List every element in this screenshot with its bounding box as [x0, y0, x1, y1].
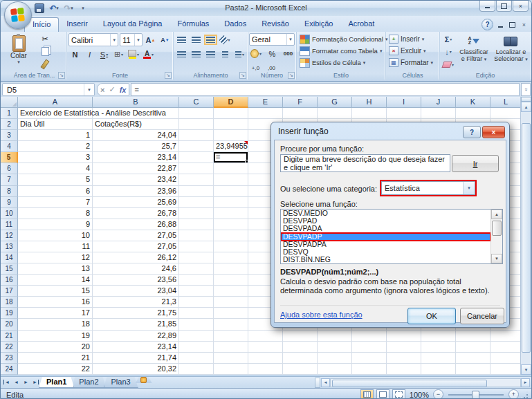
cell-D12[interactable] [214, 230, 248, 241]
percent-style-button[interactable]: % [266, 47, 279, 60]
cell-D22[interactable] [214, 342, 248, 353]
decrease-indent-button[interactable] [219, 48, 232, 61]
column-header-A[interactable]: A [18, 97, 93, 108]
cell-D20[interactable] [214, 319, 248, 330]
align-center-button[interactable] [190, 48, 203, 61]
horizontal-scrollbar[interactable]: ◄ ► [315, 378, 530, 387]
delete-cells-button[interactable]: × Excluir ▾ [389, 45, 438, 57]
cell-B15[interactable]: 24,6 [93, 263, 179, 275]
page-break-view-button[interactable] [392, 389, 405, 399]
cell-F21[interactable] [283, 331, 318, 342]
cell-C18[interactable] [179, 297, 214, 308]
cut-button[interactable]: ✂ [37, 33, 53, 45]
office-button[interactable] [4, 1, 32, 29]
cell-H1[interactable] [352, 108, 387, 119]
workbook-restore-button[interactable] [508, 21, 517, 29]
cell-styles-button[interactable]: Estilos de Célula ▾ [300, 57, 384, 68]
function-list-scrollbar[interactable]: ▲ ▼ [490, 210, 502, 263]
cell-G23[interactable] [318, 353, 352, 364]
copy-button[interactable] [37, 46, 53, 57]
sheet-tab-plan2[interactable]: Plan2 [71, 377, 106, 388]
cell-D6[interactable] [214, 163, 248, 174]
cell-K1[interactable] [456, 108, 490, 119]
column-header-C[interactable]: C [179, 97, 214, 108]
column-header-J[interactable]: J [421, 97, 456, 108]
tab-revis-o[interactable]: Revisão [254, 17, 297, 32]
cell-B13[interactable]: 27,05 [93, 241, 179, 252]
enter-entry-button[interactable]: ✓ [109, 85, 115, 94]
number-format-combo[interactable]: Geral▼ [249, 33, 295, 46]
cell-C12[interactable] [179, 230, 214, 241]
cell-I22[interactable] [387, 342, 421, 353]
zoom-out-button[interactable]: − [433, 389, 443, 399]
cell-D13[interactable] [214, 241, 248, 252]
insert-function-button[interactable]: fx [120, 86, 127, 94]
previous-sheet-button[interactable]: ◄ [12, 378, 21, 387]
cell-A12[interactable]: 10 [18, 230, 93, 241]
cell-C17[interactable] [179, 286, 214, 297]
cell-A18[interactable]: 16 [18, 297, 93, 308]
cell-D14[interactable] [214, 252, 248, 263]
cell-C21[interactable] [179, 331, 214, 342]
shrink-font-button[interactable]: A▼ [158, 33, 172, 46]
dialog-help-button[interactable]: ? [463, 126, 481, 138]
cell-A21[interactable]: 19 [18, 331, 93, 342]
column-header-F[interactable]: F [283, 97, 318, 108]
cell-A23[interactable]: 21 [18, 353, 93, 364]
font-name-dropdown-icon[interactable]: ▼ [110, 34, 118, 46]
cell-D19[interactable] [214, 308, 248, 319]
align-bottom-button[interactable] [204, 33, 217, 46]
underline-button[interactable]: S [98, 48, 111, 61]
category-combo[interactable]: Estatística ▼ [381, 181, 475, 195]
row-header-2[interactable]: 2 [1, 119, 18, 130]
font-size-dropdown-icon[interactable]: ▼ [134, 34, 142, 46]
tab-acrobat[interactable]: Acrobat [340, 17, 382, 32]
column-header-H[interactable]: H [352, 97, 387, 108]
font-name-combo[interactable]: Calibri▼ [68, 33, 118, 46]
row-header-11[interactable]: 11 [1, 219, 18, 230]
cell-K23[interactable] [456, 353, 490, 364]
cell-J22[interactable] [421, 342, 456, 353]
cell-C2[interactable] [179, 119, 214, 130]
conditional-formatting-button[interactable]: Formatação Condicional ▾ [300, 33, 384, 45]
borders-button[interactable]: ⊞ [112, 48, 125, 61]
cell-K22[interactable] [456, 342, 490, 353]
cell-B17[interactable]: 23,04 [93, 286, 179, 297]
column-header-K[interactable]: K [456, 97, 490, 108]
bold-button[interactable]: N [68, 48, 82, 61]
cell-C13[interactable] [179, 241, 214, 252]
column-header-L[interactable]: L [490, 97, 522, 108]
scroll-right-button[interactable]: ► [521, 378, 530, 387]
cell-G22[interactable] [318, 342, 352, 353]
scroll-up-button[interactable]: ▲ [521, 102, 531, 112]
function-item-dist-bin-neg[interactable]: DIST.BIN.NEG [281, 256, 490, 263]
cell-A15[interactable]: 13 [18, 263, 93, 275]
cell-C6[interactable] [179, 163, 214, 174]
tab-layout-da-p-gina[interactable]: Layout da Página [95, 17, 170, 32]
customize-qat-button[interactable]: ▾ [77, 3, 89, 15]
help-on-function-link[interactable]: Ajuda sobre esta função [280, 310, 363, 319]
cell-C22[interactable] [179, 342, 214, 353]
clear-button[interactable] [441, 59, 456, 71]
row-header-1[interactable]: 1 [1, 108, 18, 119]
row-header-21[interactable]: 21 [1, 331, 18, 342]
cell-J23[interactable] [421, 353, 456, 364]
tab-splitter[interactable] [315, 378, 320, 388]
cell-B4[interactable]: 25,7 [93, 141, 179, 152]
list-scroll-up-button[interactable]: ▲ [491, 210, 502, 219]
cell-J1[interactable] [421, 108, 456, 119]
next-sheet-button[interactable]: ► [21, 378, 30, 387]
cell-J21[interactable] [421, 331, 456, 342]
zoom-slider[interactable] [448, 394, 504, 396]
row-header-17[interactable]: 17 [1, 286, 18, 297]
cell-A5[interactable]: 3 [18, 152, 93, 163]
row-header-15[interactable]: 15 [1, 263, 18, 275]
cell-G21[interactable] [318, 331, 352, 342]
go-button[interactable]: Ir [452, 155, 499, 172]
cell-B6[interactable]: 22,87 [93, 163, 179, 174]
cell-D8[interactable] [214, 186, 248, 197]
vertical-scroll-thumb[interactable] [522, 123, 531, 353]
cell-A11[interactable]: 9 [18, 219, 93, 230]
cell-F1[interactable] [283, 108, 318, 119]
cell-A2[interactable]: Dia Útil [18, 119, 93, 130]
